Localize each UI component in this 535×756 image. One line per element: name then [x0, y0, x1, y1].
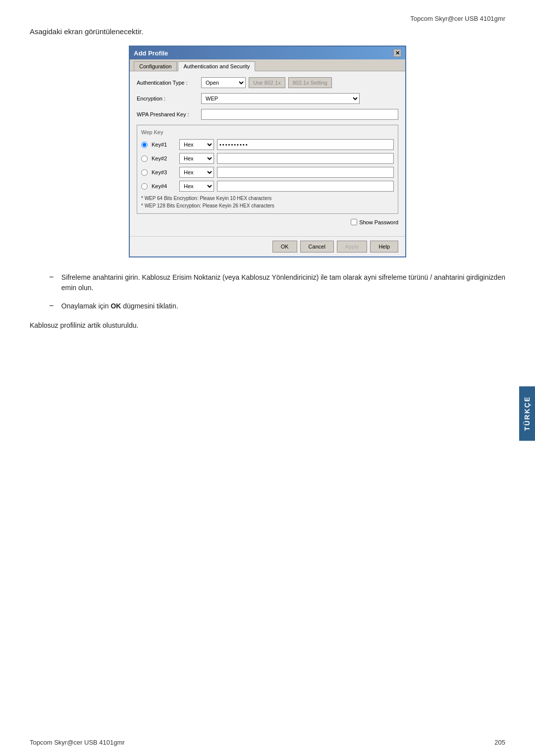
bullet-item-2: – Onaylamak için OK dügmesini tiklatin. — [50, 301, 505, 311]
auth-type-controls: Open Use 802.1x 802.1x Setting — [201, 77, 398, 88]
wep-note1: * WEP 64 Bits Encryption: Please Keyin 1… — [141, 195, 394, 202]
wep-key1-type-select[interactable]: Hex — [179, 139, 214, 150]
dialog-title: Add Profile — [134, 50, 168, 57]
wep-key4-radio[interactable] — [141, 183, 148, 190]
bullet-list: – Sifreleme anahtarini girin. Kablosuz E… — [50, 272, 505, 311]
wep-key1-radio[interactable] — [141, 142, 148, 148]
wep-key4-label: Key#4 — [152, 183, 176, 189]
wpa-key-row: WPA Preshared Key : — [137, 109, 398, 120]
dialog-body: Authentication Type : Open Use 802.1x 80… — [130, 71, 405, 236]
dialog-close-button[interactable]: ✕ — [393, 49, 401, 57]
encryption-label: Encryption : — [137, 96, 201, 101]
show-password-label: Show Password — [359, 219, 398, 225]
auth-type-row: Authentication Type : Open Use 802.1x 80… — [137, 77, 398, 88]
footer-right: 205 — [494, 739, 505, 746]
bullet-text-2: Onaylamak için OK dügmesini tiklatin. — [61, 301, 178, 311]
auth-type-label: Authentication Type : — [137, 80, 201, 86]
show-password-row: Show Password — [137, 219, 398, 225]
wep-key1-row: Key#1 Hex — [141, 139, 394, 150]
wep-key4-type-select[interactable]: Hex — [179, 181, 214, 192]
wep-note2: * WEP 128 Bits Encryption: Please Keyin … — [141, 202, 394, 209]
bullet-item-1: – Sifreleme anahtarini girin. Kablosuz E… — [50, 272, 505, 293]
dialog-footer: OK Cancel Apply Help — [130, 236, 405, 256]
wep-key2-row: Key#2 Hex — [141, 153, 394, 164]
wpa-key-controls — [201, 109, 398, 120]
show-password-checkbox[interactable] — [351, 219, 357, 225]
802-setting-button[interactable]: 802.1x Setting — [288, 77, 332, 88]
help-button[interactable]: Help — [370, 241, 398, 252]
wep-key4-input[interactable] — [217, 181, 394, 192]
add-profile-dialog: Add Profile ✕ Configuration Authenticati… — [129, 46, 406, 257]
dialog-wrapper: Add Profile ✕ Configuration Authenticati… — [30, 46, 505, 257]
side-tab: TÜRKÇE — [519, 386, 535, 441]
wep-key2-radio[interactable] — [141, 155, 148, 162]
brand-header: Topcom Skyr@cer USB 4101gmr — [30, 15, 505, 22]
wep-key1-input[interactable] — [217, 139, 394, 150]
tab-configuration[interactable]: Configuration — [134, 61, 177, 71]
page-footer: Topcom Skyr@cer USB 4101gmr 205 — [30, 739, 505, 746]
wep-key3-input[interactable] — [217, 167, 394, 178]
wep-key2-label: Key#2 — [152, 155, 176, 161]
footer-left: Topcom Skyr@cer USB 4101gmr — [30, 739, 125, 746]
bullet-text-2-pre: Onaylamak için — [61, 302, 111, 310]
bullet-text-2-post: dügmesini tiklatin. — [121, 302, 178, 310]
wep-key3-radio[interactable] — [141, 169, 148, 176]
dialog-titlebar: Add Profile ✕ — [130, 47, 405, 59]
wpa-input[interactable] — [201, 109, 398, 120]
wep-key-group-title: Wep Key — [141, 129, 394, 135]
wep-key2-input[interactable] — [217, 153, 394, 164]
wep-key4-row: Key#4 Hex — [141, 181, 394, 192]
wep-key-group: Wep Key Key#1 Hex Key#2 — [137, 125, 398, 214]
wpa-label: WPA Preshared Key : — [137, 111, 201, 117]
ok-button[interactable]: OK — [272, 241, 297, 252]
dialog-tabs: Configuration Authentication and Securit… — [130, 59, 405, 71]
cancel-button[interactable]: Cancel — [300, 241, 334, 252]
wep-key3-row: Key#3 Hex — [141, 167, 394, 178]
wep-key3-label: Key#3 — [152, 169, 176, 175]
bullet-text-1: Sifreleme anahtarini girin. Kablosuz Eri… — [61, 272, 505, 293]
auth-type-select[interactable]: Open — [201, 77, 246, 88]
bullet-dash-2: – — [50, 301, 54, 309]
wep-key3-type-select[interactable]: Hex — [179, 167, 214, 178]
encryption-select[interactable]: WEP — [201, 93, 360, 104]
encryption-row: Encryption : WEP — [137, 93, 398, 104]
apply-button[interactable]: Apply — [337, 241, 368, 252]
encryption-controls: WEP — [201, 93, 398, 104]
bullet-dash-1: – — [50, 272, 54, 280]
bullet-text-2-bold: OK — [110, 302, 121, 310]
wep-notes: * WEP 64 Bits Encryption: Please Keyin 1… — [141, 195, 394, 209]
closing-text: Kablosuz profiliniz artik olusturuldu. — [30, 321, 505, 329]
wep-key1-label: Key#1 — [152, 142, 176, 148]
tab-authentication-security[interactable]: Authentication and Security — [178, 61, 255, 71]
intro-text: Asagidaki ekran görüntülenecektir. — [30, 27, 505, 36]
wep-key2-type-select[interactable]: Hex — [179, 153, 214, 164]
use-802-button[interactable]: Use 802.1x — [249, 77, 285, 88]
